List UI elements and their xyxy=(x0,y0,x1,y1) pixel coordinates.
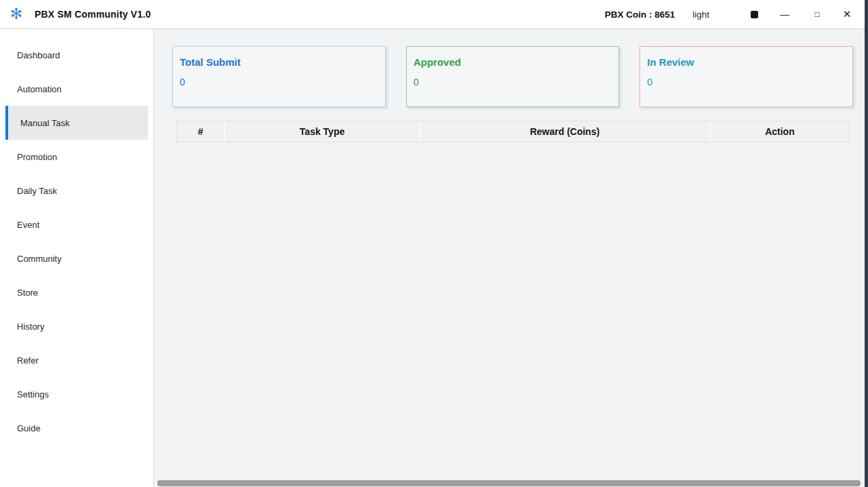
sidebar-item-refer[interactable]: Refer xyxy=(0,343,153,377)
titlebar: ✻ PBX SM Community V1.0 PBX Coin : 8651 … xyxy=(0,0,868,29)
tray-square-icon[interactable] xyxy=(751,11,758,18)
close-button[interactable]: ✕ xyxy=(841,7,853,22)
app-title: PBX SM Community V1.0 xyxy=(35,9,151,20)
app-logo-snowflake-icon: ✻ xyxy=(7,7,25,22)
approved-value: 0 xyxy=(414,77,612,87)
total-submit-title: Total Submit xyxy=(180,56,378,68)
horizontal-scrollbar-track xyxy=(155,477,865,487)
total-submit-card: Total Submit 0 xyxy=(172,46,386,107)
minimize-button[interactable]: — xyxy=(778,7,791,22)
total-submit-value: 0 xyxy=(180,77,378,87)
stats-cards-row: Total Submit 0 Approved 0 In Review 0 xyxy=(172,46,853,107)
sidebar-item-community[interactable]: Community xyxy=(0,241,153,275)
sidebar-item-automation[interactable]: Automation xyxy=(0,72,153,106)
sidebar-item-guide[interactable]: Guide xyxy=(0,411,153,445)
sidebar-item-dashboard[interactable]: Dashboard xyxy=(0,38,153,72)
in-review-value: 0 xyxy=(647,77,846,87)
approved-title: Approved xyxy=(414,56,612,68)
approved-card: Approved 0 xyxy=(406,46,620,107)
column-header-reward: Reward (Coins) xyxy=(419,121,709,142)
pbx-coin-balance: PBX Coin : 8651 xyxy=(605,9,675,20)
sidebar-item-store[interactable]: Store xyxy=(0,275,153,309)
column-header-action: Action xyxy=(709,121,849,142)
sidebar-item-event[interactable]: Event xyxy=(0,208,153,241)
titlebar-right-cluster: PBX Coin : 8651 light — □ ✕ xyxy=(605,7,853,22)
horizontal-scrollbar-thumb[interactable] xyxy=(157,480,861,486)
sidebar-item-manual-task[interactable]: Manual Task xyxy=(5,106,148,140)
main-content: Total Submit 0 Approved 0 In Review 0 # … xyxy=(155,29,865,487)
maximize-button[interactable]: □ xyxy=(811,7,823,22)
sidebar-item-daily-task[interactable]: Daily Task xyxy=(0,174,153,208)
window-right-edge xyxy=(865,0,868,487)
column-header-task-type: Task Type xyxy=(224,121,418,142)
task-table-header-row: # Task Type Reward (Coins) Action xyxy=(176,121,850,142)
in-review-card: In Review 0 xyxy=(639,46,853,107)
in-review-title: In Review xyxy=(647,56,846,68)
sidebar-item-history[interactable]: History xyxy=(0,309,153,343)
sidebar-nav: Dashboard Automation Manual Task Promoti… xyxy=(0,29,154,487)
column-header-index: # xyxy=(177,121,224,142)
sidebar-item-promotion[interactable]: Promotion xyxy=(0,140,153,174)
sidebar-item-settings[interactable]: Settings xyxy=(0,377,153,411)
theme-selector[interactable]: light xyxy=(692,9,709,20)
